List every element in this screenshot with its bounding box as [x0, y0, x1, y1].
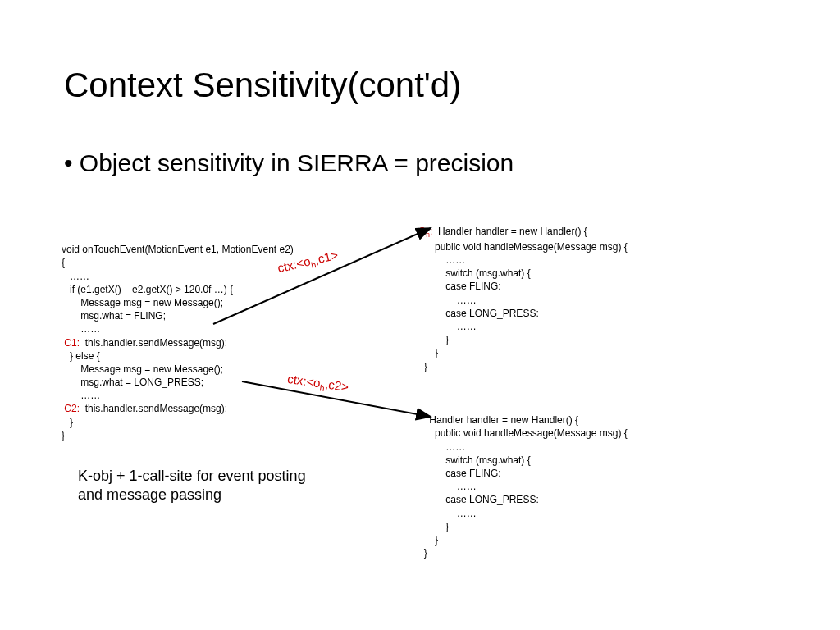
code-line: Message msg = new Message();	[62, 297, 223, 308]
code-line: Message msg = new Message();	[62, 363, 223, 375]
c2-label: C2:	[62, 403, 80, 414]
footnote-line1: K-obj + 1-call-site for event posting	[78, 468, 306, 484]
code-line: ……	[418, 508, 477, 519]
code-line: }	[418, 521, 449, 532]
code-line: ……	[62, 271, 89, 282]
code-line: } else {	[62, 350, 100, 362]
code-line: ……	[418, 254, 465, 266]
code-line: case LONG_PRESS:	[418, 494, 539, 505]
code-line: msg.what = LONG_PRESS;	[62, 377, 203, 388]
ctx2-label: ctx:<oh,c2>	[286, 372, 349, 396]
code-line: case FLING:	[418, 468, 501, 479]
c1-label: C1:	[62, 337, 80, 349]
code-line: }	[418, 361, 427, 372]
right-bottom-code-block: Handler handler = new Handler() { public…	[418, 400, 628, 559]
code-line: case FLING:	[418, 281, 501, 292]
code-line: this.handler.sendMessage(msg);	[80, 403, 227, 414]
oh-label: Oh:	[418, 226, 432, 237]
code-line: ……	[418, 294, 477, 306]
code-line: case LONG_PRESS:	[418, 308, 539, 319]
slide-title: Context Sensitivity(cont'd)	[64, 66, 461, 105]
code-line: public void handleMessage(Message msg) {	[418, 427, 628, 439]
code-line: Handler handler = new Handler() {	[432, 226, 587, 237]
left-code-block: void onTouchEvent(MotionEvent e1, Motion…	[62, 230, 294, 442]
code-line: void onTouchEvent(MotionEvent e1, Motion…	[62, 244, 294, 255]
code-line: }	[418, 347, 438, 358]
code-line: }	[418, 334, 449, 345]
code-line: this.handler.sendMessage(msg);	[80, 337, 227, 349]
right-top-code-block: Oh: Handler handler = new Handler() { pu…	[418, 212, 628, 373]
code-line: public void handleMessage(Message msg) {	[418, 241, 628, 253]
code-line: switch (msg.what) {	[418, 454, 531, 466]
code-line: if (e1.getX() – e2.getX() > 120.0f …) {	[62, 284, 233, 295]
footnote-line2: and message passing	[78, 486, 221, 503]
code-line: {	[62, 257, 65, 268]
code-line: ……	[418, 441, 465, 453]
code-line: switch (msg.what) {	[418, 267, 531, 279]
footnote: K-obj + 1-call-site for event posting an…	[78, 467, 306, 505]
bullet-text: Object sensitivity in SIERRA = precision	[64, 149, 514, 177]
code-line: }	[62, 430, 65, 441]
code-line: Handler handler = new Handler() {	[418, 414, 578, 426]
code-line: ……	[418, 481, 477, 492]
code-line: }	[62, 417, 73, 428]
code-line: }	[418, 547, 427, 559]
code-line: }	[418, 534, 438, 546]
code-line: ……	[418, 321, 477, 332]
code-line: ……	[62, 323, 100, 335]
code-line: msg.what = FLING;	[62, 310, 166, 322]
code-line: ……	[62, 390, 100, 401]
